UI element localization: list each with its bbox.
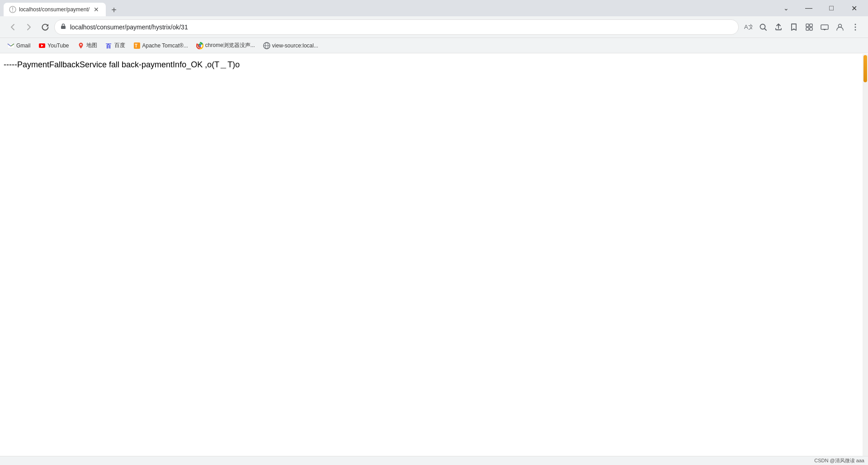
minimize-button[interactable]: — bbox=[798, 1, 819, 15]
navigation-bar: localhost/consumer/payment/hystrix/ok/31… bbox=[0, 16, 868, 38]
page-main-text: -----PaymentFallbackService fall back-pa… bbox=[4, 59, 864, 71]
translate-button[interactable]: A文 bbox=[741, 20, 755, 34]
bookmark-baidu[interactable]: 百 百度 bbox=[102, 40, 129, 51]
svg-rect-3 bbox=[61, 26, 66, 29]
baidu-icon: 百 bbox=[105, 42, 113, 49]
maximize-button[interactable]: □ bbox=[821, 1, 842, 15]
maps-icon bbox=[77, 42, 85, 49]
svg-point-16 bbox=[855, 26, 856, 28]
window-controls: ⌄ — □ ✕ bbox=[776, 1, 864, 15]
svg-text:A文: A文 bbox=[744, 23, 752, 30]
bookmark-chrome-label: chrome浏览器没声... bbox=[205, 42, 255, 49]
collapse-button[interactable]: ⌄ bbox=[776, 1, 797, 15]
tab-close-button[interactable]: ✕ bbox=[92, 5, 100, 14]
cast-button[interactable] bbox=[817, 20, 832, 34]
gmail-icon bbox=[7, 42, 14, 49]
extensions-button[interactable] bbox=[802, 20, 816, 34]
bookmark-maps[interactable]: 地图 bbox=[74, 40, 101, 51]
svg-rect-11 bbox=[821, 25, 828, 29]
nav-action-buttons: A文 bbox=[741, 20, 863, 34]
svg-line-6 bbox=[765, 28, 767, 30]
view-source-icon bbox=[263, 42, 270, 49]
new-tab-button[interactable]: + bbox=[108, 4, 120, 16]
bookmarks-bar: Gmail YouTube 地图 百 百度 bbox=[0, 38, 868, 53]
title-bar: localhost/consumer/payment/ ✕ + ⌄ — □ ✕ bbox=[0, 0, 868, 16]
bookmark-view-source-label: view-source:local... bbox=[272, 42, 318, 49]
tab-area: localhost/consumer/payment/ ✕ + bbox=[4, 0, 776, 16]
scrollbar[interactable] bbox=[863, 54, 868, 76]
bookmark-maps-label: 地图 bbox=[86, 42, 97, 49]
lock-icon bbox=[60, 23, 66, 31]
bookmark-tomcat-label: Apache Tomcat®... bbox=[142, 42, 188, 49]
refresh-button[interactable] bbox=[38, 20, 52, 34]
address-bar[interactable]: localhost/consumer/payment/hystrix/ok/31 bbox=[54, 19, 739, 35]
bookmark-gmail-label: Gmail bbox=[16, 42, 30, 49]
svg-point-20 bbox=[80, 44, 82, 46]
bookmark-tomcat[interactable]: T Apache Tomcat®... bbox=[130, 40, 192, 51]
menu-button[interactable] bbox=[848, 20, 863, 34]
svg-rect-8 bbox=[810, 24, 812, 27]
bookmark-youtube-label: YouTube bbox=[47, 42, 69, 49]
bookmark-gmail[interactable]: Gmail bbox=[4, 40, 34, 51]
forward-button[interactable] bbox=[22, 20, 36, 34]
active-tab[interactable]: localhost/consumer/payment/ ✕ bbox=[4, 3, 106, 16]
page-content: -----PaymentFallbackService fall back-pa… bbox=[0, 53, 868, 76]
svg-text:百: 百 bbox=[106, 43, 112, 49]
svg-rect-10 bbox=[810, 28, 812, 30]
chrome-icon bbox=[196, 42, 203, 49]
zoom-button[interactable] bbox=[756, 20, 770, 34]
svg-point-2 bbox=[12, 11, 13, 12]
svg-point-17 bbox=[855, 29, 856, 30]
bookmark-baidu-label: 百度 bbox=[114, 42, 125, 49]
tab-favicon bbox=[9, 6, 16, 13]
url-text: localhost/consumer/payment/hystrix/ok/31 bbox=[70, 23, 733, 31]
scrollbar-thumb[interactable] bbox=[863, 55, 867, 76]
close-button[interactable]: ✕ bbox=[844, 1, 864, 15]
share-button[interactable] bbox=[771, 20, 786, 34]
svg-rect-7 bbox=[806, 24, 809, 27]
tomcat-icon: T bbox=[133, 42, 141, 49]
profile-button[interactable] bbox=[833, 20, 847, 34]
svg-text:T: T bbox=[135, 43, 137, 48]
youtube-icon bbox=[38, 42, 46, 49]
tab-title: localhost/consumer/payment/ bbox=[19, 6, 90, 13]
bookmark-button[interactable] bbox=[787, 20, 801, 34]
bookmark-youtube[interactable]: YouTube bbox=[35, 40, 72, 51]
bookmark-chrome[interactable]: chrome浏览器没声... bbox=[193, 40, 259, 51]
back-button[interactable] bbox=[5, 20, 20, 34]
svg-point-15 bbox=[855, 23, 856, 25]
svg-rect-9 bbox=[806, 28, 809, 30]
bookmark-view-source[interactable]: view-source:local... bbox=[259, 40, 322, 51]
